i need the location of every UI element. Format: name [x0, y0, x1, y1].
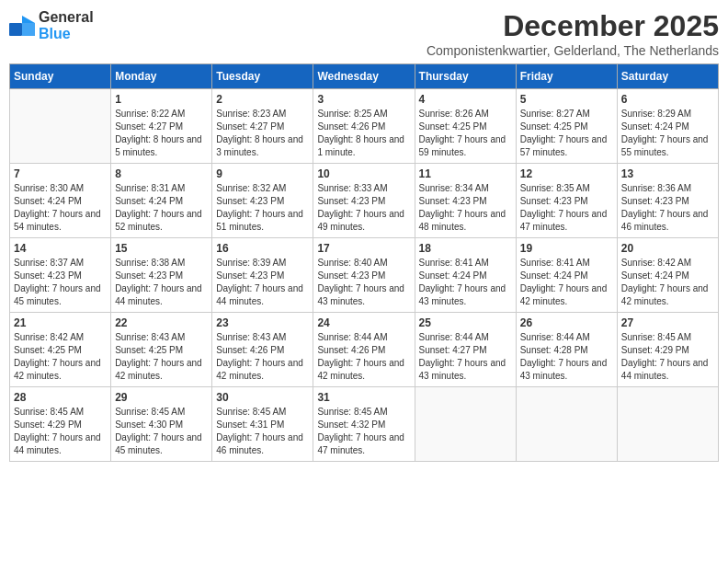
calendar-cell	[516, 387, 617, 462]
day-number: 1	[115, 93, 208, 106]
day-info: Sunrise: 8:45 AMSunset: 4:31 PMDaylight:…	[216, 406, 309, 457]
calendar-cell: 11Sunrise: 8:34 AMSunset: 4:23 PMDayligh…	[415, 164, 516, 238]
day-number: 14	[14, 242, 107, 255]
location-subtitle: Componistenkwartier, Gelderland, The Net…	[427, 43, 719, 58]
day-info: Sunrise: 8:40 AMSunset: 4:23 PMDaylight:…	[317, 257, 410, 308]
calendar-cell: 26Sunrise: 8:44 AMSunset: 4:28 PMDayligh…	[516, 313, 617, 387]
calendar-cell	[617, 387, 718, 462]
logo: General Blue	[9, 9, 94, 42]
day-info: Sunrise: 8:42 AMSunset: 4:24 PMDaylight:…	[621, 257, 714, 308]
calendar-cell: 31Sunrise: 8:45 AMSunset: 4:32 PMDayligh…	[313, 387, 415, 462]
calendar-cell: 4Sunrise: 8:26 AMSunset: 4:25 PMDaylight…	[415, 89, 516, 164]
day-number: 20	[621, 242, 714, 255]
day-number: 24	[317, 316, 410, 329]
logo-general: General	[39, 9, 94, 25]
calendar-cell: 25Sunrise: 8:44 AMSunset: 4:27 PMDayligh…	[415, 313, 516, 387]
day-number: 31	[317, 391, 410, 404]
month-title: December 2025	[427, 9, 719, 43]
day-info: Sunrise: 8:37 AMSunset: 4:23 PMDaylight:…	[14, 257, 107, 308]
day-info: Sunrise: 8:44 AMSunset: 4:28 PMDaylight:…	[520, 331, 613, 383]
day-info: Sunrise: 8:31 AMSunset: 4:24 PMDaylight:…	[115, 182, 208, 234]
day-number: 2	[216, 93, 309, 106]
calendar-cell: 16Sunrise: 8:39 AMSunset: 4:23 PMDayligh…	[212, 238, 313, 313]
day-number: 11	[419, 167, 512, 180]
day-info: Sunrise: 8:22 AMSunset: 4:27 PMDaylight:…	[115, 108, 208, 159]
svg-marker-2	[22, 23, 35, 36]
svg-marker-1	[22, 16, 35, 23]
day-number: 25	[419, 316, 512, 329]
day-number: 22	[115, 316, 208, 329]
header-friday: Friday	[516, 64, 617, 89]
day-info: Sunrise: 8:44 AMSunset: 4:26 PMDaylight:…	[317, 331, 410, 383]
calendar-cell: 2Sunrise: 8:23 AMSunset: 4:27 PMDaylight…	[212, 89, 313, 164]
day-info: Sunrise: 8:42 AMSunset: 4:25 PMDaylight:…	[14, 331, 107, 383]
header-monday: Monday	[111, 64, 212, 89]
day-number: 28	[14, 391, 107, 404]
logo-icon	[9, 16, 35, 36]
day-info: Sunrise: 8:45 AMSunset: 4:29 PMDaylight:…	[621, 331, 714, 383]
day-info: Sunrise: 8:33 AMSunset: 4:23 PMDaylight:…	[317, 182, 410, 234]
day-info: Sunrise: 8:32 AMSunset: 4:23 PMDaylight:…	[216, 182, 309, 234]
day-info: Sunrise: 8:45 AMSunset: 4:29 PMDaylight:…	[14, 406, 107, 457]
day-info: Sunrise: 8:44 AMSunset: 4:27 PMDaylight:…	[419, 331, 512, 383]
calendar-cell: 15Sunrise: 8:38 AMSunset: 4:23 PMDayligh…	[111, 238, 212, 313]
calendar-cell: 1Sunrise: 8:22 AMSunset: 4:27 PMDaylight…	[111, 89, 212, 164]
day-info: Sunrise: 8:35 AMSunset: 4:23 PMDaylight:…	[520, 182, 613, 234]
logo-blue: Blue	[39, 26, 71, 41]
day-number: 19	[520, 242, 613, 255]
calendar-cell: 23Sunrise: 8:43 AMSunset: 4:26 PMDayligh…	[212, 313, 313, 387]
day-number: 12	[520, 167, 613, 180]
day-number: 10	[317, 167, 410, 180]
header-thursday: Thursday	[415, 64, 516, 89]
svg-rect-0	[9, 23, 22, 36]
calendar-cell: 19Sunrise: 8:41 AMSunset: 4:24 PMDayligh…	[516, 238, 617, 313]
day-number: 15	[115, 242, 208, 255]
calendar-cell: 12Sunrise: 8:35 AMSunset: 4:23 PMDayligh…	[516, 164, 617, 238]
calendar-cell: 24Sunrise: 8:44 AMSunset: 4:26 PMDayligh…	[313, 313, 415, 387]
calendar-cell: 28Sunrise: 8:45 AMSunset: 4:29 PMDayligh…	[10, 387, 111, 462]
day-info: Sunrise: 8:36 AMSunset: 4:23 PMDaylight:…	[621, 182, 714, 234]
calendar-cell: 9Sunrise: 8:32 AMSunset: 4:23 PMDaylight…	[212, 164, 313, 238]
calendar-cell: 29Sunrise: 8:45 AMSunset: 4:30 PMDayligh…	[111, 387, 212, 462]
day-number: 8	[115, 167, 208, 180]
calendar-cell: 27Sunrise: 8:45 AMSunset: 4:29 PMDayligh…	[617, 313, 718, 387]
day-number: 13	[621, 167, 714, 180]
day-info: Sunrise: 8:41 AMSunset: 4:24 PMDaylight:…	[419, 257, 512, 308]
calendar-cell: 13Sunrise: 8:36 AMSunset: 4:23 PMDayligh…	[617, 164, 718, 238]
calendar-cell: 5Sunrise: 8:27 AMSunset: 4:25 PMDaylight…	[516, 89, 617, 164]
day-info: Sunrise: 8:45 AMSunset: 4:30 PMDaylight:…	[115, 406, 208, 457]
calendar-cell: 14Sunrise: 8:37 AMSunset: 4:23 PMDayligh…	[10, 238, 111, 313]
day-number: 21	[14, 316, 107, 329]
header-saturday: Saturday	[617, 64, 718, 89]
logo-text: General Blue	[39, 9, 94, 42]
calendar-week-1: 7Sunrise: 8:30 AMSunset: 4:24 PMDaylight…	[10, 164, 719, 238]
calendar-cell: 10Sunrise: 8:33 AMSunset: 4:23 PMDayligh…	[313, 164, 415, 238]
day-info: Sunrise: 8:45 AMSunset: 4:32 PMDaylight:…	[317, 406, 410, 457]
day-number: 4	[419, 93, 512, 106]
day-info: Sunrise: 8:34 AMSunset: 4:23 PMDaylight:…	[419, 182, 512, 234]
day-number: 16	[216, 242, 309, 255]
title-block: December 2025 Componistenkwartier, Gelde…	[427, 9, 719, 58]
calendar-cell: 17Sunrise: 8:40 AMSunset: 4:23 PMDayligh…	[313, 238, 415, 313]
calendar-week-4: 28Sunrise: 8:45 AMSunset: 4:29 PMDayligh…	[10, 387, 719, 462]
day-number: 6	[621, 93, 714, 106]
day-info: Sunrise: 8:30 AMSunset: 4:24 PMDaylight:…	[14, 182, 107, 234]
day-number: 9	[216, 167, 309, 180]
header-tuesday: Tuesday	[212, 64, 313, 89]
calendar-cell: 7Sunrise: 8:30 AMSunset: 4:24 PMDaylight…	[10, 164, 111, 238]
day-number: 29	[115, 391, 208, 404]
calendar-cell: 18Sunrise: 8:41 AMSunset: 4:24 PMDayligh…	[415, 238, 516, 313]
day-info: Sunrise: 8:27 AMSunset: 4:25 PMDaylight:…	[520, 108, 613, 159]
day-info: Sunrise: 8:39 AMSunset: 4:23 PMDaylight:…	[216, 257, 309, 308]
calendar-cell: 21Sunrise: 8:42 AMSunset: 4:25 PMDayligh…	[10, 313, 111, 387]
calendar-cell: 22Sunrise: 8:43 AMSunset: 4:25 PMDayligh…	[111, 313, 212, 387]
day-number: 27	[621, 316, 714, 329]
calendar-cell: 6Sunrise: 8:29 AMSunset: 4:24 PMDaylight…	[617, 89, 718, 164]
day-info: Sunrise: 8:23 AMSunset: 4:27 PMDaylight:…	[216, 108, 309, 159]
calendar-cell	[415, 387, 516, 462]
day-number: 30	[216, 391, 309, 404]
day-info: Sunrise: 8:43 AMSunset: 4:26 PMDaylight:…	[216, 331, 309, 383]
header-wednesday: Wednesday	[313, 64, 415, 89]
day-number: 5	[520, 93, 613, 106]
day-number: 17	[317, 242, 410, 255]
